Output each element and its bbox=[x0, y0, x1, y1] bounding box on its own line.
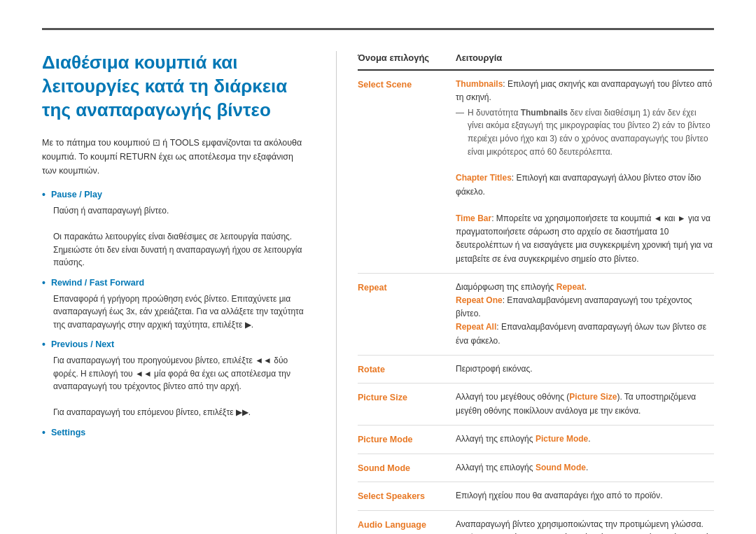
row-name-picture-mode: Picture Mode bbox=[358, 433, 456, 447]
col-func-header: Λειτουργία bbox=[456, 51, 502, 65]
bullet-label-prev: • Previous / Next bbox=[42, 338, 308, 352]
table-row: Picture Mode Αλλαγή της επιλογής Picture… bbox=[358, 426, 714, 454]
table-row: Select Speakers Επιλογή ηχείου που θα αν… bbox=[358, 482, 714, 511]
bullet-desc-prev: Για αναπαραγωγή του προηγούμενου βίντεο,… bbox=[53, 354, 308, 419]
left-column: Διαθέσιμα κουμπιά και λειτουργίες κατά τ… bbox=[42, 51, 308, 534]
row-name-picture-size: Picture Size bbox=[358, 391, 456, 405]
table-row: Picture Size Αλλαγή του μεγέθους οθόνης … bbox=[358, 384, 714, 425]
table-row: Sound Mode Αλλαγή της επιλογής Sound Mod… bbox=[358, 454, 714, 483]
content-area: Διαθέσιμα κουμπιά και λειτουργίες κατά τ… bbox=[42, 51, 714, 534]
bullet-title-pause: Pause / Play bbox=[51, 188, 102, 202]
table-row: Rotate Περιστροφή εικόνας. bbox=[358, 356, 714, 384]
bullet-dot: • bbox=[42, 276, 46, 290]
bullet-desc-pause: Παύση ή αναπαραγωγή βίντεο. Οι παρακάτω … bbox=[53, 204, 308, 269]
bullet-label-pause: • Pause / Play bbox=[42, 188, 308, 202]
bullet-title-settings: Settings bbox=[51, 426, 85, 440]
row-desc-rotate: Περιστροφή εικόνας. bbox=[456, 363, 714, 376]
row-name-audio-language: Audio Language bbox=[358, 518, 456, 532]
row-desc-select-scene: Thumbnails: Επιλογή μιας σκηνής και αναπ… bbox=[456, 78, 714, 266]
highlight-repeat-one: Repeat One bbox=[456, 295, 503, 305]
bullet-label-rewind: • Rewind / Fast Forward bbox=[42, 276, 308, 290]
bullet-list: • Pause / Play Παύση ή αναπαραγωγή βίντε… bbox=[42, 188, 308, 440]
bullet-dot: • bbox=[42, 188, 46, 202]
page: Διαθέσιμα κουμπιά και λειτουργίες κατά τ… bbox=[0, 0, 756, 534]
bullet-dot: • bbox=[42, 426, 46, 440]
highlight-repeat: Repeat bbox=[556, 282, 584, 292]
dash-icon: — bbox=[456, 106, 464, 158]
bullet-label-settings: • Settings bbox=[42, 426, 308, 440]
row-name-select-speakers: Select Speakers bbox=[358, 489, 456, 503]
row-name-select-scene: Select Scene bbox=[358, 78, 456, 92]
intro-text: Με το πάτημα του κουμπιού ⊡ ή TOOLS εμφα… bbox=[42, 136, 308, 178]
row-desc-picture-mode: Αλλαγή της επιλογής Picture Mode. bbox=[456, 433, 714, 446]
bullet-desc-rewind: Επαναφορά ή γρήγορη προώθηση ενός βίντεο… bbox=[53, 293, 308, 332]
bullet-dot: • bbox=[42, 338, 46, 352]
table-row: Audio Language Αναπαραγωγή βίντεο χρησιμ… bbox=[358, 511, 714, 534]
col-name-header: Όνομα επιλογής bbox=[358, 51, 456, 65]
highlight-picture-size: Picture Size bbox=[569, 392, 617, 402]
row-name-sound-mode: Sound Mode bbox=[358, 461, 456, 475]
row-desc-sound-mode: Αλλαγή της επιλογής Sound Mode. bbox=[456, 461, 714, 475]
bullet-title-rewind: Rewind / Fast Forward bbox=[51, 276, 144, 290]
table-row: Select Scene Thumbnails: Επιλογή μιας σκ… bbox=[358, 71, 714, 274]
sub-bullet-text: Η δυνατότητα Thumbnails δεν είναι διαθέσ… bbox=[468, 106, 714, 158]
row-name-repeat: Repeat bbox=[358, 281, 456, 295]
table-row: Repeat Διαμόρφωση της επιλογής Repeat. R… bbox=[358, 274, 714, 356]
list-item: • Previous / Next Για αναπαραγωγή του πρ… bbox=[42, 338, 308, 419]
row-desc-picture-size: Αλλαγή του μεγέθους οθόνης (Picture Size… bbox=[456, 391, 714, 417]
list-item: • Pause / Play Παύση ή αναπαραγωγή βίντε… bbox=[42, 188, 308, 269]
highlight-chapter: Chapter Titles bbox=[456, 173, 512, 183]
highlight-timebar: Time Bar bbox=[456, 213, 491, 223]
right-column: Όνομα επιλογής Λειτουργία Select Scene T… bbox=[336, 51, 714, 534]
highlight-picture-mode: Picture Mode bbox=[536, 434, 588, 444]
list-item: • Settings bbox=[42, 426, 308, 440]
table-header: Όνομα επιλογής Λειτουργία bbox=[358, 51, 714, 71]
row-name-rotate: Rotate bbox=[358, 363, 456, 377]
sub-bullet: — Η δυνατότητα Thumbnails δεν είναι διαθ… bbox=[456, 106, 714, 158]
highlight-repeat-all: Repeat All bbox=[456, 322, 496, 332]
highlight-sound-mode: Sound Mode bbox=[536, 463, 586, 472]
bullet-title-prev: Previous / Next bbox=[51, 338, 114, 351]
list-item: • Rewind / Fast Forward Επαναφορά ή γρήγ… bbox=[42, 276, 308, 331]
page-title: Διαθέσιμα κουμπιά και λειτουργίες κατά τ… bbox=[42, 51, 308, 122]
highlight-thumbnails: Thumbnails bbox=[456, 79, 503, 89]
row-desc-repeat: Διαμόρφωση της επιλογής Repeat. Repeat O… bbox=[456, 281, 714, 348]
row-desc-select-speakers: Επιλογή ηχείου που θα αναπαράγει ήχο από… bbox=[456, 489, 714, 503]
row-desc-audio-language: Αναπαραγωγή βίντεο χρησιμοποιώντας την π… bbox=[456, 518, 714, 534]
top-border bbox=[42, 28, 714, 30]
